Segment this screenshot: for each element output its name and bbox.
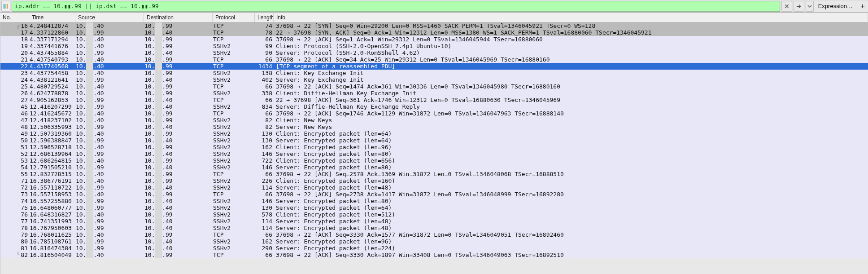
cell-length: 114: [255, 218, 274, 225]
filter-bookmark-button[interactable]: [1, 1, 10, 12]
packet-row[interactable]: 7316.55715895310.▮▮.4010.▮▮.99TCP6637698…: [0, 191, 868, 198]
cell-info: Client: Encrypted packet (len=64): [274, 130, 868, 137]
cell-no: 25: [0, 83, 30, 90]
cell-no: 81: [0, 245, 30, 252]
packet-row[interactable]: 4512.41620729910.▮▮.9910.▮▮.40SSHv2834Se…: [0, 103, 868, 110]
packet-row[interactable]: 194.33744167610.▮▮.4010.▮▮.99SSHv299Clie…: [0, 43, 868, 49]
cell-protocol: SSHv2: [213, 238, 255, 245]
packet-row[interactable]: 5412.79150521010.▮▮.9910.▮▮.40SSHv2146Se…: [0, 164, 868, 171]
packet-row[interactable]: 204.43745588410.▮▮.9910.▮▮.40SSHv290Serv…: [0, 49, 868, 56]
expression-button[interactable]: Expression…: [814, 1, 857, 12]
cell-time: 12.506335993: [30, 124, 76, 130]
svg-rect-0: [4, 4, 5, 9]
cell-info: Server: Encrypted packet (len=64): [274, 137, 868, 144]
cell-no: └82: [0, 252, 30, 258]
packet-row[interactable]: 5012.59638884710.▮▮.9910.▮▮.40SSHv2130Se…: [0, 137, 868, 144]
packet-row[interactable]: 264.62477887810.▮▮.4010.▮▮.99SSHv2338Cli…: [0, 90, 868, 97]
cell-time: 4.437540793: [30, 56, 76, 63]
cell-destination: 10.▮▮.40: [144, 137, 213, 144]
packet-row[interactable]: 224.43774056810.▮▮.4010.▮▮.99TCP1434[TCP…: [0, 63, 868, 70]
cell-info: Server: Encrypted packet (len=80): [274, 164, 868, 171]
packet-row[interactable]: └8216.81650404910.▮▮.4010.▮▮.99TCP663769…: [0, 252, 868, 258]
packet-row[interactable]: 7716.74135199310.▮▮.9910.▮▮.40SSHv2114Se…: [0, 218, 868, 225]
cell-source: 10.▮▮.99: [76, 225, 144, 231]
cell-time: 4.480729524: [30, 83, 76, 90]
display-filter-input[interactable]: [12, 1, 780, 12]
column-header-dest[interactable]: Destination: [144, 13, 213, 22]
bookmark-icon: [3, 3, 9, 9]
cell-source: 10.▮▮.40: [76, 130, 144, 137]
cell-info: Client: Encrypted packet (len=512): [274, 211, 868, 218]
cell-source: 10.▮▮.40: [76, 144, 144, 150]
cell-info: Server: Encrypted packet (len=80): [274, 150, 868, 157]
packet-row[interactable]: 244.43812164110.▮▮.9910.▮▮.40SSHv2402Ser…: [0, 76, 868, 83]
packet-row[interactable]: 4712.41823710210.▮▮.4010.▮▮.99SSHv282Cli…: [0, 117, 868, 124]
cell-info: Server: Protocol (SSH-2.0-RomSShell_4.62…: [274, 49, 868, 56]
cell-source: 10.▮▮.99: [76, 238, 144, 245]
packet-row[interactable]: 5512.83272831510.▮▮.4010.▮▮.99TCP6637698…: [0, 171, 868, 177]
cell-protocol: SSHv2: [213, 76, 255, 83]
packet-row[interactable]: 274.90516285310.▮▮.9910.▮▮.40TCP6622 → 3…: [0, 97, 868, 103]
packet-row[interactable]: 214.43754079310.▮▮.4010.▮▮.99TCP6637698 …: [0, 56, 868, 63]
cell-info: 37698 → 22 [ACK] Seq=1474 Ack=361 Win=30…: [274, 83, 868, 90]
cell-destination: 10.▮▮.99: [144, 36, 213, 43]
packet-row[interactable]: 5212.68613996410.▮▮.9910.▮▮.40SSHv2146Se…: [0, 150, 868, 157]
chevron-down-icon: [807, 4, 812, 9]
packet-row[interactable]: 7416.55725588010.▮▮.9910.▮▮.40SSHv2146Se…: [0, 198, 868, 204]
cell-protocol: TCP: [213, 56, 255, 63]
cell-no: 22: [0, 63, 30, 70]
packet-row[interactable]: 5312.68626481510.▮▮.4010.▮▮.99SSHv2722Cl…: [0, 157, 868, 164]
packet-row[interactable]: 174.33712286010.▮▮.9910.▮▮.40TCP7822 → 3…: [0, 29, 868, 36]
column-header-source[interactable]: Source: [75, 13, 144, 22]
packet-row[interactable]: 7516.64806077710.▮▮.9910.▮▮.40SSHv2130Se…: [0, 204, 868, 211]
packet-list[interactable]: ┌164.24841287410.▮▮.4010.▮▮.99TCP7437698…: [0, 22, 868, 274]
cell-length: 146: [255, 150, 274, 157]
packet-row[interactable]: 7616.64831682710.▮▮.4010.▮▮.99SSHv2578Cl…: [0, 211, 868, 218]
column-header-protocol[interactable]: Protocol: [213, 13, 255, 22]
packet-row[interactable]: 7816.76795060310.▮▮.9910.▮▮.40SSHv2114Se…: [0, 225, 868, 231]
cell-no: 76: [0, 211, 30, 218]
cell-destination: 10.▮▮.99: [144, 191, 213, 198]
column-header-length[interactable]: Length: [255, 13, 274, 22]
cell-source: 10.▮▮.40: [76, 157, 144, 164]
column-header-time[interactable]: Time: [29, 13, 75, 22]
column-header-no[interactable]: No.: [0, 13, 29, 22]
cell-length: 146: [255, 198, 274, 204]
cell-destination: 10.▮▮.40: [144, 150, 213, 157]
packet-row[interactable]: 4912.50731936010.▮▮.4010.▮▮.99SSHv2130Cl…: [0, 130, 868, 137]
cell-time: 16.816504049: [30, 252, 76, 258]
cell-source: 10.▮▮.40: [76, 56, 144, 63]
cell-length: 66: [255, 252, 274, 258]
filter-history-dropdown[interactable]: [806, 1, 814, 12]
column-header-row: No. Time Source Destination Protocol Len…: [0, 13, 868, 22]
cell-protocol: SSHv2: [213, 204, 255, 211]
packet-row[interactable]: 7916.76801162510.▮▮.4010.▮▮.99TCP6637698…: [0, 231, 868, 238]
cell-source: 10.▮▮.99: [76, 245, 144, 252]
cell-source: 10.▮▮.40: [76, 252, 144, 258]
packet-row[interactable]: 8116.81647438410.▮▮.9910.▮▮.40SSHv2290Se…: [0, 245, 868, 252]
cell-destination: 10.▮▮.40: [144, 97, 213, 103]
cell-no: 71: [0, 177, 30, 184]
filter-apply-button[interactable]: [794, 1, 804, 12]
packet-row[interactable]: 7216.55711072210.▮▮.9910.▮▮.40SSHv2114Se…: [0, 184, 868, 191]
cell-time: 12.791505210: [30, 164, 76, 171]
cell-destination: 10.▮▮.99: [144, 252, 213, 258]
packet-row[interactable]: 184.33717129410.▮▮.4010.▮▮.99TCP6637698 …: [0, 36, 868, 43]
packet-row[interactable]: 234.43775445810.▮▮.4010.▮▮.99SSHv2138Cli…: [0, 70, 868, 76]
packet-row[interactable]: 254.48072952410.▮▮.4010.▮▮.99TCP6637698 …: [0, 83, 868, 90]
cell-protocol: TCP: [213, 63, 255, 70]
cell-destination: 10.▮▮.40: [144, 245, 213, 252]
filter-clear-button[interactable]: [781, 1, 792, 12]
cell-length: 82: [255, 117, 274, 124]
packet-row[interactable]: 5112.59652871810.▮▮.4010.▮▮.99SSHv2162Cl…: [0, 144, 868, 150]
packet-row[interactable]: 8016.78510876110.▮▮.9910.▮▮.40SSHv2162Se…: [0, 238, 868, 245]
packet-row[interactable]: 7116.38677619110.▮▮.4010.▮▮.99SSHv2226Cl…: [0, 177, 868, 184]
add-filter-button[interactable]: +: [857, 1, 868, 12]
column-header-info[interactable]: Info: [274, 13, 868, 22]
packet-row[interactable]: 4612.41624567210.▮▮.4010.▮▮.99TCP6637698…: [0, 110, 868, 117]
cell-no: 78: [0, 225, 30, 231]
cell-source: 10.▮▮.99: [76, 137, 144, 144]
packet-row[interactable]: 4812.50633599310.▮▮.9910.▮▮.40SSHv282Ser…: [0, 124, 868, 130]
packet-row[interactable]: ┌164.24841287410.▮▮.4010.▮▮.99TCP7437698…: [0, 22, 868, 29]
cell-time: 4.624778878: [30, 90, 76, 97]
